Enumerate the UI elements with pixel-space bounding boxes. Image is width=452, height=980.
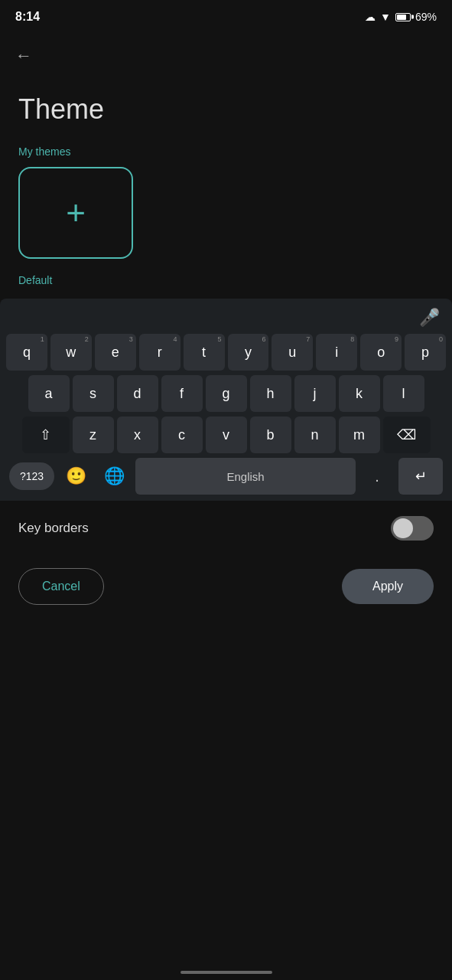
key-k[interactable]: k xyxy=(339,375,380,412)
key-c[interactable]: c xyxy=(161,416,203,453)
key-p[interactable]: p0 xyxy=(405,334,446,371)
key-borders-toggle[interactable] xyxy=(391,516,434,541)
mic-icon[interactable]: 🎤 xyxy=(419,308,440,328)
key-f[interactable]: f xyxy=(161,375,203,412)
key-h[interactable]: h xyxy=(250,375,291,412)
battery-icon xyxy=(395,13,411,21)
key-q[interactable]: q1 xyxy=(6,334,47,371)
toggle-knob xyxy=(393,518,413,538)
key-m[interactable]: m xyxy=(339,416,380,453)
spacebar-key[interactable]: English xyxy=(135,458,356,495)
key-o[interactable]: o9 xyxy=(360,334,402,371)
my-themes-label: My themes xyxy=(0,133,452,167)
status-bar: 8:14 ☁ ▼ 69% xyxy=(0,0,452,34)
key-l[interactable]: l xyxy=(383,375,424,412)
key-b[interactable]: b xyxy=(250,416,291,453)
page-title: Theme xyxy=(0,78,452,133)
wifi-icon: ▼ xyxy=(380,11,391,23)
status-icons: ☁ ▼ 69% xyxy=(365,11,437,23)
key-v[interactable]: v xyxy=(206,416,247,453)
key-g[interactable]: g xyxy=(206,375,247,412)
status-time: 8:14 xyxy=(15,10,40,24)
key-i[interactable]: i8 xyxy=(316,334,357,371)
home-indicator xyxy=(180,971,272,974)
period-key[interactable]: . xyxy=(360,458,394,495)
add-theme-button[interactable]: + xyxy=(18,167,133,259)
enter-key[interactable]: ↵ xyxy=(398,458,443,495)
keyboard-row-1: q1 w2 e3 r4 t5 y6 u7 i8 o9 p0 xyxy=(6,334,446,371)
keyboard-row-3: ⇧ z x c v b n m ⌫ xyxy=(6,416,446,453)
key-y[interactable]: y6 xyxy=(228,334,269,371)
key-z[interactable]: z xyxy=(73,416,114,453)
key-d[interactable]: d xyxy=(117,375,158,412)
delete-key[interactable]: ⌫ xyxy=(383,416,431,453)
key-j[interactable]: j xyxy=(294,375,336,412)
key-borders-section: Key borders xyxy=(0,501,452,556)
globe-key[interactable]: 🌐 xyxy=(97,459,131,493)
numbers-key[interactable]: ?123 xyxy=(9,462,54,490)
key-r[interactable]: r4 xyxy=(139,334,180,371)
key-w[interactable]: w2 xyxy=(50,334,92,371)
cloud-icon: ☁ xyxy=(365,11,376,23)
keyboard-row-2: a s d f g h j k l xyxy=(6,375,446,412)
apply-button[interactable]: Apply xyxy=(342,569,434,604)
key-u[interactable]: u7 xyxy=(272,334,313,371)
back-arrow-icon: ← xyxy=(15,46,32,65)
shift-key[interactable]: ⇧ xyxy=(22,416,70,453)
keyboard: 🎤 q1 w2 e3 r4 t5 y6 u7 i8 o9 p0 a s d f … xyxy=(0,299,452,501)
key-n[interactable]: n xyxy=(294,416,336,453)
key-a[interactable]: a xyxy=(28,375,70,412)
key-e[interactable]: e3 xyxy=(95,334,136,371)
back-button[interactable]: ← xyxy=(0,34,452,78)
key-s[interactable]: s xyxy=(73,375,114,412)
key-borders-label: Key borders xyxy=(18,521,89,536)
default-label: Default xyxy=(0,274,452,299)
emoji-key[interactable]: 🙂 xyxy=(59,459,93,493)
cancel-button[interactable]: Cancel xyxy=(18,568,104,605)
keyboard-bottom-row: ?123 🙂 🌐 English . ↵ xyxy=(6,458,446,495)
add-plus-icon: + xyxy=(66,196,86,230)
bottom-buttons: Cancel Apply xyxy=(0,556,452,620)
key-t[interactable]: t5 xyxy=(184,334,225,371)
battery-percent: 69% xyxy=(415,11,437,23)
mic-row: 🎤 xyxy=(6,308,446,334)
key-x[interactable]: x xyxy=(117,416,158,453)
